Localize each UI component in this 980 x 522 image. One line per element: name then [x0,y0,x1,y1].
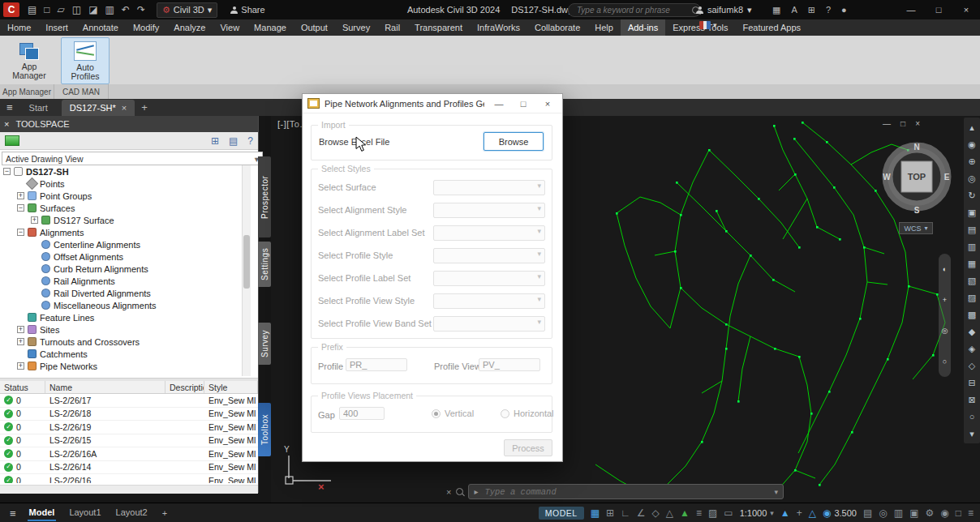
menu-tab[interactable]: InfraWorks [470,19,527,36]
table-row[interactable]: 0 LS-2/26/14 Env_Sew Ml [0,461,258,475]
tree-item[interactable]: DS127 Surface [0,214,258,226]
menu-tab[interactable]: View [213,19,247,36]
layout-tab[interactable]: Model [28,505,57,521]
3d-navigation-icon[interactable]: ⊠ [968,392,975,407]
tree-item[interactable]: Rail Alignments [0,275,258,287]
open-folder-icon[interactable]: ▱ [58,4,65,15]
ribbon-panel-title[interactable]: App Manager [0,84,54,99]
tree-scrollbar[interactable] [242,165,251,376]
menu-tab[interactable]: Insert [38,19,75,36]
tool-palettes-icon[interactable]: ▦ [968,256,976,271]
menu-tab[interactable]: Manage [247,19,294,36]
lineweight-icon[interactable]: ≡ [696,508,702,518]
tree-expander-icon[interactable] [17,326,24,333]
annotation-scale-icon[interactable]: △ [809,508,816,518]
civil3d-logo[interactable]: C [3,2,19,17]
style-dropdown[interactable] [433,316,545,332]
menu-tab[interactable]: Home [0,19,38,36]
pan-icon[interactable]: ⊕ [968,154,975,169]
zoom-extents-icon[interactable]: ◎ [968,171,976,186]
menu-tab[interactable]: Annotate [75,19,126,36]
grid-column-header[interactable]: Descriptio... [165,381,204,393]
named-views-icon[interactable]: ◇ [969,358,975,373]
table-row[interactable]: 0 LS-2/26/17 Env_Sew Ml [0,394,258,408]
units-icon[interactable]: ▤ [863,508,872,518]
profile-prefix-input[interactable] [346,358,407,371]
tree-item[interactable]: Catchments [0,348,258,360]
tree-item[interactable]: Point Groups [0,190,258,202]
navbar-pan-icon[interactable]: + [943,296,947,304]
scroll-up-icon[interactable]: ▴ [969,120,974,135]
style-dropdown[interactable] [433,225,545,241]
navbar-wheel-icon[interactable]: ◐ [943,265,947,273]
ribbon-tool-button[interactable]: App Manager [5,37,54,84]
share-button[interactable]: Share [230,5,264,15]
tree-expander-icon[interactable] [3,168,11,175]
new-layout-button[interactable]: + [161,506,169,520]
minimize-button[interactable]: — [897,5,925,15]
new-drawing-button[interactable]: + [141,101,148,113]
model-space-toggle[interactable]: MODEL [539,507,584,520]
tree-item[interactable]: Alignments [0,226,258,238]
tree-scrollbar-thumb[interactable] [243,235,250,289]
quick-properties-icon[interactable]: ▥ [894,508,903,518]
save-as-icon[interactable]: ◪ [88,4,97,15]
scroll-down-icon[interactable]: ▾ [969,426,974,441]
tree-item[interactable]: Turnouts and Crossovers [0,336,258,348]
redo-icon[interactable]: ↷ [137,4,145,15]
menu-tab[interactable]: Modify [126,19,166,36]
drawing-close-icon[interactable]: × [915,119,920,128]
tree-expander-icon[interactable] [17,192,24,199]
palette-tab[interactable]: Survey [258,323,271,365]
style-dropdown[interactable] [433,203,545,218]
visual-styles-icon[interactable]: ◈ [969,341,975,356]
render-window-icon[interactable]: ▩ [968,307,976,322]
full-navigation-wheel-icon[interactable]: ◉ [968,137,976,152]
menu-tab[interactable]: Add-ins [621,19,665,36]
palette-tab[interactable]: Prospector [258,156,271,237]
grid-column-header[interactable]: Name [45,381,165,393]
isolate-objects-icon[interactable]: ◉ [940,508,948,518]
command-search-icon[interactable] [456,488,463,495]
dialog-close-button[interactable]: × [538,99,557,109]
menu-tab[interactable]: Transparent [407,19,470,36]
markup-import-icon[interactable]: ▨ [968,290,976,305]
toolspace-close-icon[interactable]: × [4,119,9,129]
tree-item[interactable]: Curb Return Alignments [0,263,258,275]
menu-tab[interactable]: Rail [377,19,407,36]
save-icon[interactable]: ◫ [72,4,81,15]
sheet-set-manager-icon[interactable]: ▧ [968,273,976,288]
layout-tab[interactable]: Layout2 [114,505,149,521]
gap-input[interactable] [339,407,385,420]
drawing-minimize-icon[interactable]: — [883,119,891,128]
tree-item[interactable]: Rail Diverted Alignments [0,287,258,299]
menu-tab[interactable]: Output [294,19,335,36]
file-tab[interactable]: Start [21,100,62,116]
object-snap-icon[interactable]: ▲ [680,508,690,518]
menu-tab[interactable]: Help [587,19,621,36]
palette-tab[interactable]: Settings [258,242,271,287]
process-button[interactable]: Process [504,439,552,456]
orbit-icon[interactable]: ↻ [968,188,975,203]
cart-icon[interactable]: ▦ [772,5,780,15]
object-snap-tracking-icon[interactable]: △ [666,508,673,518]
grid-column-header[interactable]: Status [0,381,45,393]
ribbon-panel-title[interactable]: CAD MAN [54,84,109,99]
ortho-icon[interactable]: ∟ [621,508,630,518]
tree-item[interactable]: DS127-SH [0,165,258,178]
keyword-search[interactable] [568,3,701,17]
horizontal-radio[interactable]: Horizontal [501,409,554,418]
elevation-indicator[interactable]: ◉ 3.500 [823,508,857,518]
profile-view-prefix-input[interactable] [479,358,540,371]
showmotion-icon[interactable]: ▣ [968,205,976,220]
command-close-icon[interactable]: × [446,487,451,497]
customization-icon[interactable]: ≡ [968,508,974,518]
grid-scrollbar[interactable] [0,485,258,494]
table-row[interactable]: 0 LS-2/26/15 Env_Sew Ml [0,434,258,448]
command-line[interactable]: ▸ ▾ [468,484,784,499]
style-dropdown[interactable] [433,248,545,263]
app-menu-icon[interactable]: ▤ [28,4,37,15]
snap-mode-icon[interactable]: ⊞ [606,508,614,518]
tree-expander-icon[interactable] [17,362,24,370]
vertical-radio[interactable]: Vertical [432,409,474,418]
